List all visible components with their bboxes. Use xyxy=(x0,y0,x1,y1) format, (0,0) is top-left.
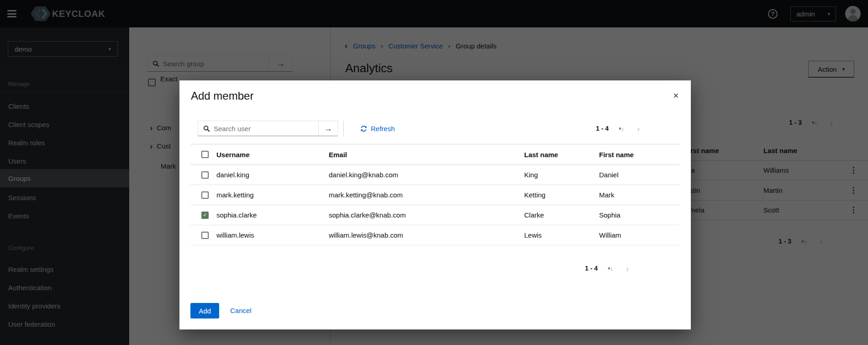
cell-username: sophia.clarke xyxy=(216,211,329,219)
table-row: ✓ mark.ketting mark.ketting@knab.com Ket… xyxy=(190,185,680,205)
pagination-range: 1 - 4 xyxy=(585,265,598,272)
cell-email: mark.ketting@knab.com xyxy=(329,191,524,199)
user-search-submit-button[interactable]: → xyxy=(318,121,337,136)
modal-pagination-bottom: 1 - 4 ▾ ‹ › xyxy=(585,260,629,276)
user-search-input-group: → xyxy=(198,121,338,136)
next-page-icon[interactable]: › xyxy=(637,124,640,133)
cell-first-name: Mark xyxy=(599,191,680,199)
users-table-header-row: Username Email Last name First name xyxy=(190,144,680,165)
row-checkbox-checked[interactable]: ✓ xyxy=(201,212,209,219)
cell-last-name: King xyxy=(524,171,599,179)
cell-first-name: Sophia xyxy=(599,211,680,219)
close-icon[interactable]: ✕ xyxy=(673,92,679,100)
toolbar-divider xyxy=(343,121,344,136)
search-icon xyxy=(198,121,210,136)
users-table: Username Email Last name First name ✓ da… xyxy=(190,144,680,245)
cell-last-name: Ketting xyxy=(524,191,599,199)
refresh-icon xyxy=(360,125,367,132)
select-all-checkbox[interactable] xyxy=(201,151,209,158)
table-row: ✓ daniel.king daniel.king@knab.com King … xyxy=(190,165,680,185)
modal-title: Add member xyxy=(191,90,253,102)
table-row: ✓ sophia.clarke sophia.clarke@knab.com C… xyxy=(190,205,680,225)
add-button[interactable]: Add xyxy=(190,303,219,318)
cell-first-name: Daniel xyxy=(599,171,680,179)
add-member-modal: Add member ✕ → Refresh 1 - 4 ▾ ‹ › Usern… xyxy=(179,80,691,329)
cell-username: mark.ketting xyxy=(216,191,329,199)
row-checkbox[interactable]: ✓ xyxy=(201,171,209,179)
cell-username: william.lewis xyxy=(216,231,329,239)
col-first-name: First name xyxy=(599,151,680,159)
cell-username: daniel.king xyxy=(216,171,329,179)
cell-email: william.lewis@knab.com xyxy=(329,231,524,239)
next-page-icon[interactable]: › xyxy=(626,264,629,273)
previous-page-icon[interactable]: ‹ xyxy=(610,264,613,273)
cell-first-name: William xyxy=(599,231,680,239)
cell-email: daniel.king@knab.com xyxy=(329,171,524,179)
cell-email: sophia.clarke@knab.com xyxy=(329,211,524,219)
row-checkbox[interactable]: ✓ xyxy=(201,232,209,239)
col-last-name: Last name xyxy=(524,151,599,159)
table-row: ✓ william.lewis william.lewis@knab.com L… xyxy=(190,225,680,245)
row-checkbox[interactable]: ✓ xyxy=(201,191,209,199)
cell-last-name: Lewis xyxy=(524,231,599,239)
cell-last-name: Clarke xyxy=(524,211,599,219)
refresh-button[interactable]: Refresh xyxy=(360,121,395,136)
modal-pagination-top: 1 - 4 ▾ ‹ › xyxy=(596,121,640,136)
keycloak-admin-console: KEYCLOAK ? admin ▾ demo ▾ Manage Clients… xyxy=(0,0,868,345)
col-email: Email xyxy=(329,151,524,159)
cancel-button[interactable]: Cancel xyxy=(230,307,252,314)
user-search-input[interactable] xyxy=(210,121,318,136)
col-username: Username xyxy=(216,151,329,159)
previous-page-icon[interactable]: ‹ xyxy=(621,124,624,133)
pagination-range: 1 - 4 xyxy=(596,125,609,132)
